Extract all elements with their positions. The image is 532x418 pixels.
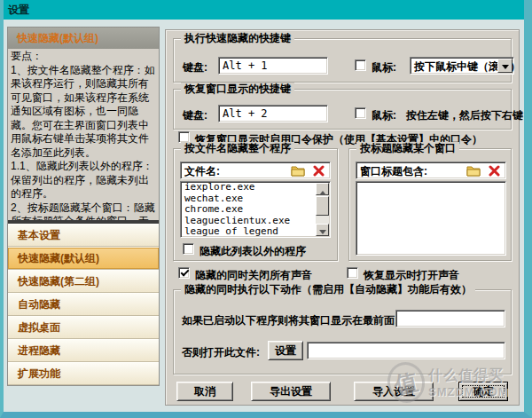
set-file-button[interactable]: 设置 <box>268 341 303 360</box>
sidebar-item-auto-hide[interactable]: 自动隐藏 <box>8 293 159 316</box>
main-panel: 执行快速隐藏的快捷键 键盘: 鼠标: 按下鼠标中键（滚轮） 恢复窗口显示的快捷键… <box>165 29 520 406</box>
window-title-header-field: 窗口标题包含: <box>356 162 506 179</box>
sidebar-item-extensions[interactable]: 扩展功能 <box>8 362 159 385</box>
title-bar[interactable]: 设置 <box>0 0 532 20</box>
restore-mouse-checkbox[interactable] <box>355 107 366 119</box>
import-settings-button[interactable]: 导入设置 <box>354 382 434 401</box>
settings-window: 设置 快速隐藏(默认组) 要点： 1、按文件名隐藏整个程序：如果该程序运行，则隐… <box>0 0 532 418</box>
window-title: 设置 <box>8 4 29 16</box>
invert-list-checkbox[interactable] <box>183 243 194 255</box>
keyboard-label-2: 键盘: <box>183 108 207 123</box>
action-group-title: 隐藏的同时执行以下动作（需启用【自动隐藏】功能后有效） <box>181 283 475 296</box>
sidebar-section-header: 快速隐藏(默认组) <box>8 28 159 49</box>
title-hide-group-title: 按标题隐藏某个窗口 <box>356 142 459 154</box>
filename-listbox[interactable]: iexplore.exe wechat.exe chrome.exe leagu… <box>180 181 331 238</box>
list-scrollbar[interactable] <box>316 183 329 236</box>
restore-hotkey-input[interactable] <box>218 105 328 122</box>
hide-mouse-checkbox[interactable] <box>355 59 366 71</box>
ok-button[interactable]: 确定 <box>458 382 508 401</box>
delete-file-icon[interactable] <box>313 165 325 177</box>
list-item[interactable]: league of legend <box>181 226 330 238</box>
mute-on-hide-label: 隐藏的同时关闭所有声音 <box>195 268 312 283</box>
file-hide-group: 按文件名隐藏整个程序 文件名: iexplore.exe wechat.exe … <box>173 148 338 261</box>
cancel-button[interactable]: 取消 <box>176 382 233 401</box>
bring-front-label: 如果已启动以下程序则将其窗口显示在最前面: <box>182 313 398 328</box>
bring-front-input[interactable] <box>395 310 505 327</box>
sidebar-item-quick-hide-second[interactable]: 快速隐藏(第二组) <box>8 270 159 293</box>
hide-hotkey-group: 执行快速隐藏的快捷键 键盘: 鼠标: 按下鼠标中键（滚轮） <box>173 38 512 83</box>
open-file-input[interactable] <box>307 342 505 359</box>
mute-on-hide-checkbox[interactable] <box>178 267 190 279</box>
mouse-label-2: 鼠标: <box>372 108 396 123</box>
hide-hotkey-group-title: 执行快速隐藏的快捷键 <box>181 32 294 44</box>
window-title-label: 窗口标题包含: <box>360 165 427 177</box>
chevron-down-icon[interactable] <box>497 59 512 73</box>
open-file-label: 否则打开此文件: <box>182 345 260 360</box>
title-hide-group: 按标题隐藏某个窗口 窗口标题包含: <box>348 148 512 261</box>
hide-hotkey-input[interactable] <box>218 57 328 75</box>
sidebar-item-virtual-desktop[interactable]: 虚拟桌面 <box>8 316 159 339</box>
restore-hotkey-group-title: 恢复窗口显示的快捷键 <box>181 83 294 95</box>
window-title-listbox[interactable] <box>356 181 506 256</box>
hide-mouse-dropdown[interactable]: 按下鼠标中键（滚轮） <box>410 57 514 75</box>
scroll-down-icon[interactable] <box>316 224 329 236</box>
sound-on-restore-label: 恢复显示时打开声音 <box>364 268 459 283</box>
export-settings-button[interactable]: 导出设置 <box>251 382 331 401</box>
add-folder-icon[interactable] <box>291 165 305 177</box>
list-item[interactable]: chrome.exe <box>181 204 330 216</box>
scroll-up-icon[interactable] <box>316 183 329 195</box>
add-folder-icon[interactable] <box>466 165 481 177</box>
keyboard-label-1: 键盘: <box>183 60 207 75</box>
action-group: 隐藏的同时执行以下动作（需启用【自动隐藏】功能后有效） 如果已启动以下程序则将其… <box>173 289 512 375</box>
delete-title-icon[interactable] <box>489 165 500 177</box>
sidebar: 快速隐藏(默认组) 要点： 1、按文件名隐藏整个程序：如果该程序运行，则隐藏其所… <box>7 27 160 386</box>
restore-hotkey-group: 恢复窗口显示的快捷键 键盘: 鼠标: 按住左键，然后按下右键 <box>173 89 512 130</box>
sound-on-restore-checkbox[interactable] <box>347 267 358 279</box>
invert-list-label: 隐藏此列表以外的程序 <box>200 244 306 259</box>
list-item[interactable]: iexplore.exe <box>181 182 330 193</box>
filename-label: 文件名: <box>184 165 220 177</box>
sidebar-item-basic-settings[interactable]: 基本设置 <box>8 224 159 247</box>
sidebar-item-process-hide[interactable]: 进程隐藏 <box>8 339 159 362</box>
mouse-label-1: 鼠标: <box>372 60 396 75</box>
scrollbar-thumb[interactable] <box>316 196 329 216</box>
filename-header-field: 文件名: <box>180 162 331 179</box>
restore-mouse-text: 按住左键，然后按下右键 <box>406 108 523 123</box>
file-hide-group-title: 按文件名隐藏整个程序 <box>181 142 294 154</box>
sidebar-item-quick-hide-default[interactable]: 快速隐藏(默认组) <box>8 247 159 270</box>
sidebar-help-text: 要点： 1、按文件名隐藏整个程序：如果该程序运行，则隐藏其所有可见窗口，如果该程… <box>8 49 159 220</box>
